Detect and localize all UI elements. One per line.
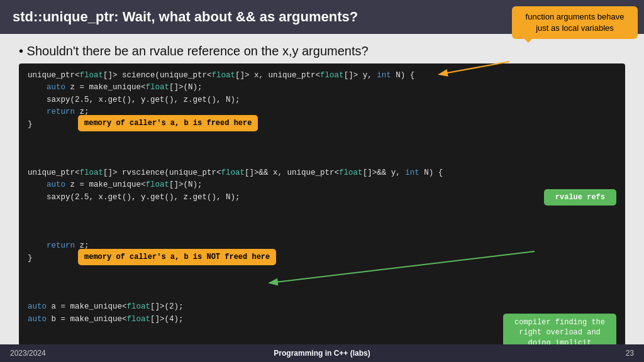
code-line-3: saxpy(2.5, x.get(), y.get(), z.get(), N)… <box>28 94 616 106</box>
code-line-10: } memory of caller's a, b is NOT freed h… <box>28 253 616 302</box>
code-line-11: auto a = make_unique<float[]>(2); <box>28 301 616 313</box>
footer-year: 2023/2024 <box>10 349 46 358</box>
bullet-point: • Shouldn't there be an rvalue reference… <box>19 44 625 58</box>
code-block: unique_ptr<float[]> science(unique_ptr<f… <box>19 63 625 362</box>
code-line-8: saxpy(2.5, x.get(), y.get(), z.get(), N)… <box>28 192 616 241</box>
footer-course: Programming in C++ (labs) <box>274 349 370 358</box>
code-line-6: unique_ptr<float[]> rvscience(unique_ptr… <box>28 167 616 179</box>
footer: 2023/2024 Programming in C++ (labs) 23 <box>0 344 644 362</box>
code-line-5: } memory of caller's a, b is freed here <box>28 119 616 168</box>
code-line-7: auto z = make_unique<float[]>(N); <box>28 179 616 191</box>
top-callout-text: function arguments behave just as local … <box>526 12 625 33</box>
callout-rvalue-refs: rvalue refs <box>544 189 616 206</box>
code-line-2: auto z = make_unique<float[]>(N); <box>28 82 616 94</box>
header-title: std::unique_ptr: Wait, what about && as … <box>13 9 358 25</box>
code-line-1: unique_ptr<float[]> science(unique_ptr<f… <box>28 70 616 82</box>
callout-memory-freed: memory of caller's a, b is freed here <box>78 115 258 132</box>
footer-page: 23 <box>626 349 634 358</box>
main-content: • Shouldn't there be an rvalue reference… <box>0 34 644 362</box>
callout-memory-not-freed: memory of caller's a, b is NOT freed her… <box>78 249 276 266</box>
